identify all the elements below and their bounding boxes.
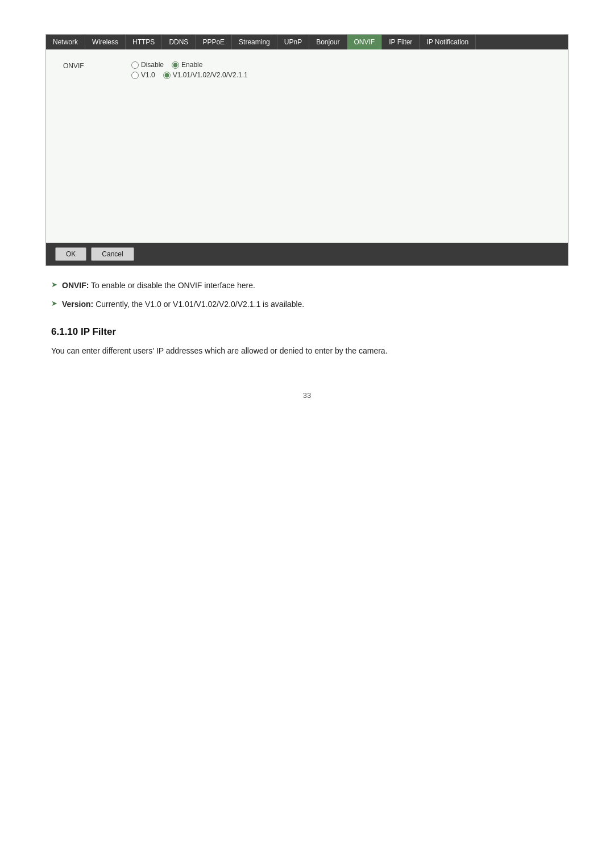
- v1-radio-item[interactable]: V1.0: [131, 71, 155, 79]
- bullet-arrow-2: ➤: [51, 299, 57, 308]
- v2-radio[interactable]: [163, 72, 171, 79]
- tab-streaming[interactable]: Streaming: [232, 35, 277, 49]
- bullet-onvif-bold: ONVIF:: [62, 281, 89, 290]
- bullet-version-text: Version: Currently, the V1.0 or V1.01/V1…: [62, 298, 304, 310]
- v2-radio-item[interactable]: V1.01/V1.02/V2.0/V2.1.1: [163, 71, 248, 79]
- doc-section: ➤ ONVIF: To enable or disable the ONVIF …: [45, 280, 569, 357]
- bullet-onvif-rest: To enable or disable the ONVIF interface…: [89, 281, 255, 290]
- bullet-arrow-1: ➤: [51, 280, 57, 289]
- version-row: V1.0 V1.01/V1.02/V2.0/V2.1.1: [131, 71, 248, 79]
- panel-content: ONVIF Disable Enable V1.0: [46, 49, 568, 243]
- enable-radio[interactable]: [172, 61, 179, 69]
- tab-bar: NetworkWirelessHTTPSDDNSPPPoEStreamingUP…: [46, 35, 568, 49]
- tab-wireless[interactable]: Wireless: [85, 35, 126, 49]
- panel-footer: OK Cancel: [46, 243, 568, 265]
- disable-label: Disable: [141, 61, 164, 69]
- tab-network[interactable]: Network: [46, 35, 85, 49]
- bullet-onvif-text: ONVIF: To enable or disable the ONVIF in…: [62, 280, 255, 292]
- disable-radio-item[interactable]: Disable: [131, 61, 164, 69]
- tab-bonjour[interactable]: Bonjour: [309, 35, 347, 49]
- enable-disable-row: Disable Enable: [131, 61, 248, 69]
- section-desc: You can enter different users' IP addres…: [51, 344, 563, 357]
- onvif-panel: NetworkWirelessHTTPSDDNSPPPoEStreamingUP…: [45, 34, 569, 266]
- tab-ip-notification[interactable]: IP Notification: [420, 35, 476, 49]
- enable-label: Enable: [181, 61, 202, 69]
- tab-pppoe[interactable]: PPPoE: [196, 35, 232, 49]
- section-heading: 6.1.10 IP Filter: [51, 326, 563, 338]
- tab-https[interactable]: HTTPS: [126, 35, 162, 49]
- bullet-version: ➤ Version: Currently, the V1.0 or V1.01/…: [51, 298, 563, 310]
- onvif-label: ONVIF: [63, 61, 131, 70]
- bullet-version-rest: Currently, the V1.0 or V1.01/V1.02/V2.0/…: [93, 300, 304, 309]
- tab-upnp[interactable]: UPnP: [277, 35, 309, 49]
- page-number: 33: [45, 391, 569, 400]
- tab-onvif[interactable]: ONVIF: [347, 35, 383, 49]
- tab-ddns[interactable]: DDNS: [162, 35, 196, 49]
- cancel-button[interactable]: Cancel: [91, 247, 134, 261]
- onvif-controls: Disable Enable V1.0 V1.01/V1.02/V2.0/V2.…: [131, 61, 248, 79]
- disable-radio[interactable]: [131, 61, 139, 69]
- onvif-form-row: ONVIF Disable Enable V1.0: [63, 61, 551, 79]
- ok-button[interactable]: OK: [55, 247, 86, 261]
- v2-label: V1.01/V1.02/V2.0/V2.1.1: [173, 71, 248, 79]
- tab-ip-filter[interactable]: IP Filter: [382, 35, 420, 49]
- bullet-version-bold: Version:: [62, 300, 93, 309]
- v1-label: V1.0: [141, 71, 155, 79]
- v1-radio[interactable]: [131, 72, 139, 79]
- enable-radio-item[interactable]: Enable: [172, 61, 202, 69]
- bullet-onvif: ➤ ONVIF: To enable or disable the ONVIF …: [51, 280, 563, 292]
